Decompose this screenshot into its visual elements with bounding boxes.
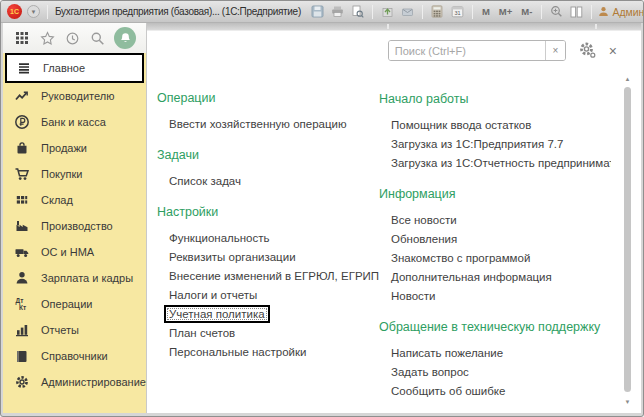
divider: [47, 5, 48, 19]
sidebar-item-zarplata-i-kadry[interactable]: Зарплата и кадры: [3, 265, 146, 291]
sections-sidebar: Главное Руководителю Банк и касса Продаж…: [3, 23, 146, 413]
close-panel-icon[interactable]: ×: [609, 44, 617, 58]
app-window: 1С ▼ Бухгалтерия предприятия (базовая)..…: [0, 0, 644, 417]
divider: [422, 5, 423, 19]
calendar-icon[interactable]: 31: [450, 5, 465, 19]
clear-search-icon[interactable]: ×: [545, 41, 565, 60]
sidebar-item-bank-i-kassa[interactable]: Банк и касса: [3, 109, 146, 135]
scroll-down-icon[interactable]: ▼: [623, 398, 632, 406]
menu-link[interactable]: Налоги и отчеты: [157, 285, 379, 304]
menu-link[interactable]: Список задач: [157, 171, 379, 190]
sidebar-item-os-i-nma[interactable]: ОС и НМА: [3, 239, 146, 265]
sidebar-toolbar: [3, 23, 146, 53]
sidebar-item-otchety[interactable]: Отчеты: [3, 317, 146, 343]
menu-link[interactable]: Функциональность: [157, 228, 379, 247]
sidebar-item-spravochniki[interactable]: Справочники: [3, 343, 146, 369]
menu-link[interactable]: Загрузка из 1С:Предприятия 7.7: [379, 134, 611, 153]
current-user[interactable]: Администратор: [598, 6, 644, 18]
section-header: Настройки: [157, 205, 379, 219]
search-row: × ×: [388, 40, 617, 61]
notifications-bell-icon[interactable]: [114, 27, 136, 49]
menu-link[interactable]: Загрузка из 1С:Отчетность предпринимател…: [379, 153, 611, 172]
sidebar-menu: Главное Руководителю Банк и касса Продаж…: [3, 53, 146, 413]
sidebar-item-proizvodstvo[interactable]: Производство: [3, 213, 146, 239]
titlebar-right: Администратор i ▼ – ×: [589, 5, 644, 19]
menu-link[interactable]: Обновления: [379, 229, 611, 248]
favorites-star-icon[interactable]: [38, 29, 56, 47]
sidebar-item-pokupki[interactable]: Покупки: [3, 161, 146, 187]
section-tehpodderzhka: Обращение в техническую поддержку Написа…: [379, 320, 611, 400]
scroll-up-icon[interactable]: ▲: [623, 75, 632, 83]
section-zadachi: Задачи Список задач: [157, 148, 379, 190]
menu-link[interactable]: Сообщить об ошибке: [379, 381, 611, 400]
menu-link[interactable]: Внесение изменений в ЕГРЮЛ, ЕГРИП: [157, 266, 379, 285]
section-header: Операции: [157, 91, 379, 105]
sidebar-item-glavnoe[interactable]: Главное: [5, 53, 144, 83]
menu-link[interactable]: Реквизиты организации: [157, 247, 379, 266]
menu-link-uchetnaya-politika[interactable]: Учетная политика: [157, 304, 379, 323]
dtkt-icon: ДтКт: [12, 296, 32, 312]
split-window-icon[interactable]: [569, 5, 584, 19]
menu-link[interactable]: Знакомство с программой: [379, 248, 611, 267]
section-header: Задачи: [157, 148, 379, 162]
scrollbar-thumb[interactable]: [624, 87, 631, 392]
svg-text:Кт: Кт: [19, 304, 26, 311]
panel-content: Операции Ввести хозяйственную операцию З…: [157, 89, 611, 413]
apps-grid-icon[interactable]: [13, 29, 31, 47]
print-icon[interactable]: [330, 5, 345, 19]
menu-link[interactable]: Персональные настройки: [157, 342, 379, 361]
sidebar-item-sklad[interactable]: Склад: [3, 187, 146, 213]
memory-m-button[interactable]: M: [480, 6, 492, 17]
search-box: ×: [388, 40, 566, 61]
menu-link[interactable]: Помощник ввода остатков: [379, 115, 611, 134]
1c-logo-icon: 1С: [7, 4, 22, 19]
divider: [372, 5, 373, 19]
right-column: Начало работы Помощник ввода остатков За…: [379, 89, 611, 413]
factory-icon: [12, 218, 32, 234]
sidebar-item-prodazhi[interactable]: Продажи: [3, 135, 146, 161]
chart-up-icon: [12, 88, 32, 104]
menu-link[interactable]: Дополнительная информация: [379, 267, 611, 286]
section-operacii: Операции Ввести хозяйственную операцию: [157, 91, 379, 133]
panel-splitter-strip: [147, 23, 641, 31]
vertical-scrollbar: ▲ ▼: [623, 75, 632, 406]
strip-divider: [387, 24, 389, 29]
bar-chart-icon: [12, 322, 32, 338]
menu-link[interactable]: Ввести хозяйственную операцию: [157, 114, 379, 133]
user-icon: [598, 6, 609, 17]
settings-gear-icon[interactable]: [578, 41, 597, 60]
sidebar-item-rukovoditelyu[interactable]: Руководителю: [3, 83, 146, 109]
menu-link[interactable]: Все новости: [379, 210, 611, 229]
search-magnifier-icon[interactable]: [89, 29, 107, 47]
window-menu-button[interactable]: ▼: [27, 5, 40, 18]
memory-m-minus-button[interactable]: M-: [519, 6, 534, 17]
window-title: Бухгалтерия предприятия (базовая)... (1С…: [55, 6, 301, 17]
book-icon: [12, 348, 32, 364]
menu-link[interactable]: Написать пожелание: [379, 343, 611, 362]
calculator-icon[interactable]: [430, 5, 445, 19]
section-header: Начало работы: [379, 92, 611, 106]
print-preview-icon[interactable]: [350, 5, 365, 19]
save-icon[interactable]: [310, 5, 325, 19]
menu-link[interactable]: План счетов: [157, 323, 379, 342]
main-panel: × × Операции Ввести хозяйственную операц…: [146, 23, 641, 413]
history-clock-icon[interactable]: [64, 29, 82, 47]
zoom-icon[interactable]: [549, 5, 564, 19]
memory-m-plus-button[interactable]: M+: [497, 6, 514, 17]
app-body: Главное Руководителю Банк и касса Продаж…: [3, 23, 641, 413]
strip-divider: [595, 24, 597, 29]
ruble-icon: [12, 114, 32, 130]
divider: [591, 5, 592, 19]
search-input[interactable]: [389, 41, 545, 60]
section-informaciya: Информация Все новости Обновления Знаком…: [379, 187, 611, 305]
cart-icon: [12, 166, 32, 182]
sidebar-item-operacii[interactable]: ДтКт Операции: [3, 291, 146, 317]
person-icon: [12, 270, 32, 286]
divider: [472, 5, 473, 19]
menu-link[interactable]: Задать вопрос: [379, 362, 611, 381]
send-print-icon[interactable]: [400, 5, 415, 19]
menu-link[interactable]: Новости: [379, 286, 611, 305]
section-header: Информация: [379, 187, 611, 201]
sidebar-item-administrirovanie[interactable]: Администрирование: [3, 369, 146, 395]
clipboard-icon[interactable]: [380, 5, 395, 19]
